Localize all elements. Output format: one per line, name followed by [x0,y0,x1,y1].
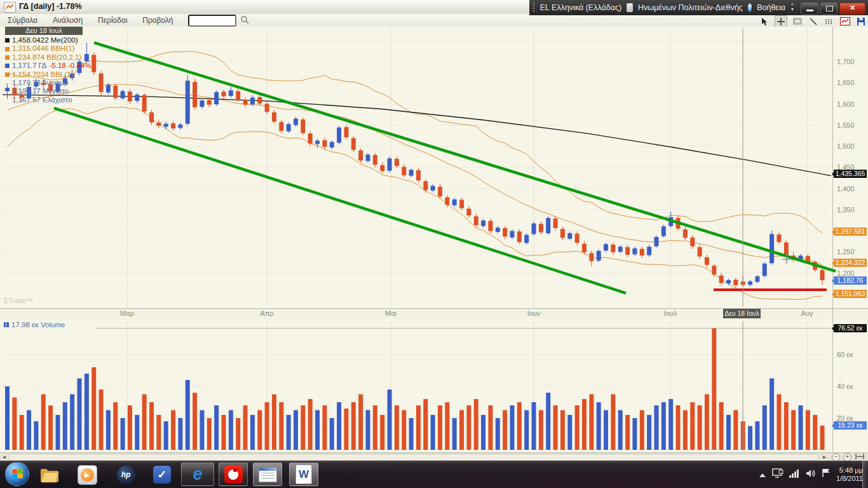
price-tick: 1,200 [837,269,855,277]
month-label: Μαρ [120,309,134,317]
show-hidden-icons[interactable] [759,469,766,480]
month-label: Ιουν [527,309,541,317]
volume-tick: 60 εκ [837,351,853,358]
legend-bb-mid: 1,234.874 BB(20,2,1) [12,53,81,62]
bb-upper-price-badge: 1,297.581 [834,227,867,236]
network-signal-icon[interactable] [789,469,800,480]
action-center-flag-icon[interactable] [822,468,831,480]
display-tray-icon[interactable] [772,468,783,480]
taskbar-media-player[interactable]: ▶ [74,464,100,485]
checkmark-icon: ✓ [153,466,171,484]
taskbar-explorer[interactable] [37,464,62,485]
month-label: Μαι [385,309,397,317]
hp-icon: hp [117,466,135,484]
taskbar: ▶ hp ✓ e W 5:48 μμ 1/8/2011 [0,461,868,488]
legend-ma200: 1,458.0422 Me(200) [12,36,78,44]
system-tray: 5:48 μμ 1/8/2011 [759,461,863,488]
bbh-swatch [5,47,10,51]
bb-mid-price-badge: 1,224.322 [834,259,867,267]
word-icon: W [295,464,312,484]
volume-indicator-label: 17.98 εκ Volume [4,321,65,329]
clock-time: 5:48 μμ [839,466,863,474]
taskbar-notes-app[interactable] [253,463,282,486]
chart-scrollbar[interactable]: ◄ ► − + [0,452,868,461]
price-tick: 1,600 [837,100,855,108]
price-tick: 1,550 [837,121,855,129]
taskbar-clock[interactable]: 5:48 μμ 1/8/2011 [836,466,863,483]
volume-bars-icon [4,322,9,327]
selected-date-badge: Δευ 18 Ιουλ [723,309,761,318]
watermark: ΣTrade™ [4,297,33,304]
legend-high: 1,193.17 Μέγιστο [12,87,69,95]
taskbar-word[interactable]: W [289,463,318,486]
ma-swatch [5,38,10,43]
last-price-badge: 1,182.76 [834,276,867,285]
last-volume-badge: 15.23 εκ [834,421,867,430]
legend-date-badge: Δευ 18 Ιουλ [5,27,83,35]
windows-flag-icon [12,468,23,480]
legend-symbol-price: 1,171.7 ΓΔ [12,62,47,70]
max-volume-badge: 76.52 εκ [834,324,867,332]
chart-canvas[interactable] [0,0,868,461]
month-label: Αυγ [801,309,813,317]
legend-bb-upper: 1,315.0446 BBH(1) [12,44,74,53]
legend-bb-lower: 1,154.7034 BBL(1) [12,71,74,79]
volume-tick: 40 εκ [837,383,853,390]
symbol-swatch [5,64,10,68]
volume-tray-icon[interactable] [806,469,816,480]
month-label: Απρ [260,309,273,317]
show-desktop-button[interactable] [862,461,868,488]
price-tick: 1,250 [837,248,855,255]
price-tick: 1,350 [837,206,855,214]
price-tick: 1,650 [837,79,855,86]
internet-explorer-icon: e [193,466,202,483]
price-tick: 1,400 [837,185,855,193]
clock-date: 1/8/2011 [836,475,863,482]
legend-symbol-change: -5.18 -0.44% [50,62,92,70]
volume-tick: 20 εκ [837,414,853,422]
taskbar-hp[interactable]: hp [113,464,139,485]
taskbar-sync-app[interactable]: ✓ [149,464,175,485]
scrollbar-thumb[interactable] [9,454,818,461]
chart-legend: 1,458.0422 Me(200) 1,315.0446 BBH(1) 1,2… [5,36,91,104]
bbl-swatch [5,72,10,77]
month-label: Ιουλ [664,309,677,317]
price-tick: 1,450 [837,163,855,171]
legend-low: 1,167.57 Ελάχιστο [12,96,72,104]
notes-window-icon [259,467,277,482]
taskbar-vodafone[interactable] [219,463,248,486]
folder-icon [39,466,60,483]
legend-open: 1,179.78 Άνοιγμα [12,79,69,87]
vodafone-icon [224,465,243,484]
start-button[interactable] [5,462,29,486]
bb-swatch [5,55,10,60]
price-tick: 1,700 [837,58,855,65]
taskbar-internet-explorer[interactable]: e [181,463,214,486]
price-tick: 1,500 [837,142,855,150]
media-player-icon: ▶ [78,465,97,485]
bb-lower-price-badge: 1,151.063 [834,290,867,298]
